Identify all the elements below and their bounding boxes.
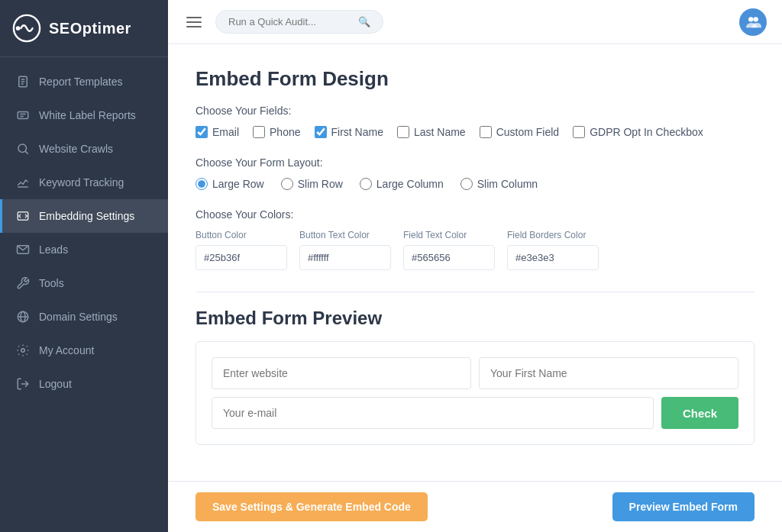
choose-fields-label: Choose Your Fields: xyxy=(196,105,755,117)
field-email-checkbox[interactable] xyxy=(196,126,208,138)
radio-slim-column-label: Slim Column xyxy=(477,178,538,190)
radio-large-column-label: Large Column xyxy=(376,178,444,190)
field-gdpr[interactable]: GDPR Opt In Checkbox xyxy=(573,126,703,138)
sidebar-item-my-account[interactable]: My Account xyxy=(0,334,168,367)
radio-slim-row[interactable] xyxy=(281,178,293,190)
user-icon xyxy=(745,14,761,31)
layout-slim-row[interactable]: Slim Row xyxy=(281,178,343,190)
logout-icon xyxy=(16,377,30,391)
color-field-borders: Field Borders Color xyxy=(507,230,599,270)
preview-section: Embed Form Preview Check xyxy=(196,308,755,445)
colors-section: Choose Your Colors: Button Color Button … xyxy=(196,208,755,270)
sidebar-item-domain-settings[interactable]: Domain Settings xyxy=(0,300,168,334)
sidebar-item-tools[interactable]: Tools xyxy=(0,266,168,300)
embed-icon xyxy=(16,209,30,223)
radio-large-row[interactable] xyxy=(196,178,208,190)
sidebar-item-white-label-reports[interactable]: White Label Reports xyxy=(0,98,168,132)
gear-icon xyxy=(16,343,30,357)
field-custom-label: Custom Field xyxy=(496,126,559,138)
field-email[interactable]: Email xyxy=(196,126,239,138)
layout-row: Large Row Slim Row Large Column Slim Col… xyxy=(196,178,755,190)
field-phone[interactable]: Phone xyxy=(253,126,300,138)
color-label-field-text: Field Text Color xyxy=(403,230,495,240)
save-settings-button[interactable]: Save Settings & Generate Embed Code xyxy=(196,492,428,521)
svg-line-10 xyxy=(25,151,27,153)
sidebar-item-embedding-settings[interactable]: Embedding Settings xyxy=(0,199,168,233)
sidebar-label-domain-settings: Domain Settings xyxy=(39,311,118,323)
color-input-button-text[interactable] xyxy=(299,245,391,270)
color-input-field-text[interactable] xyxy=(403,245,495,270)
layout-large-row[interactable]: Large Row xyxy=(196,178,264,190)
choose-colors-label: Choose Your Colors: xyxy=(196,208,755,221)
color-field-field-text: Field Text Color xyxy=(403,230,495,270)
field-custom-checkbox[interactable] xyxy=(480,126,492,138)
hamburger-line-1 xyxy=(186,17,202,18)
color-inputs-row: Button Color Button Text Color Field Tex… xyxy=(196,230,755,270)
preview-email-input[interactable] xyxy=(212,397,654,429)
field-phone-label: Phone xyxy=(270,126,300,138)
topbar-right xyxy=(739,8,767,36)
preview-email-row: Check xyxy=(212,397,738,429)
field-custom[interactable]: Custom Field xyxy=(480,126,559,138)
choose-layout-label: Choose Your Form Layout: xyxy=(196,156,755,169)
crawl-icon xyxy=(16,142,30,156)
radio-large-row-label: Large Row xyxy=(212,178,264,190)
preview-firstname-input[interactable] xyxy=(479,357,738,389)
color-label-button-text: Button Text Color xyxy=(299,230,391,240)
field-phone-checkbox[interactable] xyxy=(253,126,265,138)
user-avatar[interactable] xyxy=(739,8,767,36)
hamburger-line-3 xyxy=(186,26,202,27)
tools-icon xyxy=(16,276,30,290)
hamburger-line-2 xyxy=(186,21,202,23)
preview-embed-form-button[interactable]: Preview Embed Form xyxy=(612,492,755,521)
field-gdpr-checkbox[interactable] xyxy=(573,126,585,138)
main-area: 🔍 Embed Form Design Choose Your Fields: … xyxy=(168,0,782,532)
logo-area: SEOptimer xyxy=(0,0,168,57)
layout-slim-column[interactable]: Slim Column xyxy=(460,178,538,190)
preview-title: Embed Form Preview xyxy=(196,308,755,329)
sidebar-label-website-crawls: Website Crawls xyxy=(39,143,113,155)
file-icon xyxy=(16,75,30,89)
page-title: Embed Form Design xyxy=(196,67,755,91)
bottom-bar: Save Settings & Generate Embed Code Prev… xyxy=(168,481,782,532)
hamburger-button[interactable] xyxy=(183,14,205,31)
field-first-name-label: First Name xyxy=(331,126,383,138)
preview-grid xyxy=(212,357,738,389)
sidebar-item-report-templates[interactable]: Report Templates xyxy=(0,65,168,98)
fields-row: Email Phone First Name Last Name Custom … xyxy=(196,126,755,138)
preview-check-button[interactable]: Check xyxy=(661,397,738,429)
sidebar-item-website-crawls[interactable]: Website Crawls xyxy=(0,132,168,166)
search-bar[interactable]: 🔍 xyxy=(215,10,383,34)
field-first-name[interactable]: First Name xyxy=(315,126,383,138)
topbar: 🔍 xyxy=(168,0,782,44)
chart-icon xyxy=(16,176,30,189)
svg-point-17 xyxy=(21,349,25,353)
layout-large-column[interactable]: Large Column xyxy=(360,178,444,190)
radio-slim-row-label: Slim Row xyxy=(298,178,343,190)
page-content: Embed Form Design Choose Your Fields: Em… xyxy=(168,44,782,481)
preview-website-input[interactable] xyxy=(212,357,471,389)
preview-box: Check xyxy=(196,341,755,445)
color-input-borders[interactable] xyxy=(507,245,599,270)
radio-slim-column[interactable] xyxy=(460,178,473,190)
sidebar-label-leads: Leads xyxy=(39,243,68,256)
svg-point-19 xyxy=(748,17,753,21)
search-input[interactable] xyxy=(228,16,352,27)
divider xyxy=(196,292,755,292)
svg-point-1 xyxy=(16,26,21,31)
field-last-name-label: Last Name xyxy=(414,126,466,138)
sidebar-nav: Report Templates White Label Reports Web… xyxy=(0,57,168,532)
color-input-button[interactable] xyxy=(196,245,287,270)
sidebar-item-logout[interactable]: Logout xyxy=(0,367,168,401)
radio-large-column[interactable] xyxy=(360,178,372,190)
sidebar-item-leads[interactable]: Leads xyxy=(0,233,168,266)
svg-point-9 xyxy=(18,144,27,153)
color-label-button: Button Color xyxy=(196,230,287,240)
field-last-name[interactable]: Last Name xyxy=(397,126,466,138)
sidebar-label-tools: Tools xyxy=(39,277,64,289)
field-last-name-checkbox[interactable] xyxy=(397,126,409,138)
field-email-label: Email xyxy=(212,126,239,138)
field-first-name-checkbox[interactable] xyxy=(315,126,327,138)
sidebar-label-my-account: My Account xyxy=(39,344,94,356)
sidebar-item-keyword-tracking[interactable]: Keyword Tracking xyxy=(0,166,168,199)
